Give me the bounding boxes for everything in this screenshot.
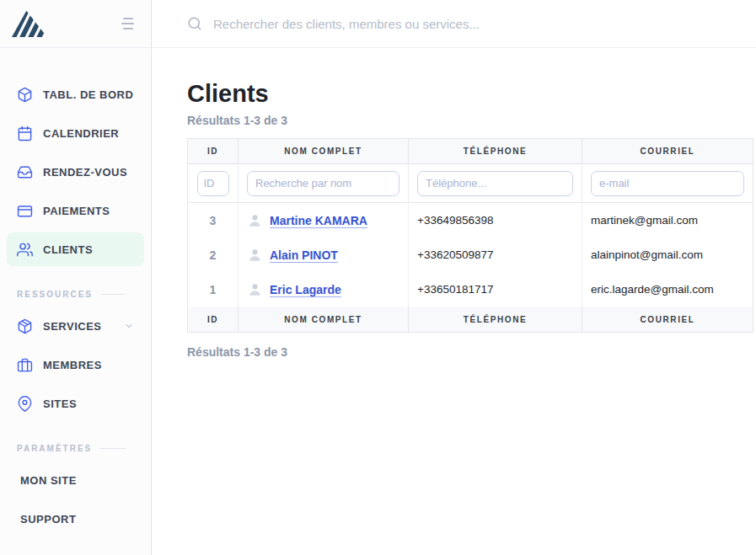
sidebar-item-label: SERVICES xyxy=(43,320,102,333)
phone-filter-input[interactable] xyxy=(417,171,573,196)
client-email: martinek@gmail.com xyxy=(582,203,753,237)
results-summary-bottom: Résultats 1-3 de 3 xyxy=(187,345,756,359)
calendar-icon xyxy=(17,125,33,141)
cube-icon xyxy=(17,87,33,103)
client-id: 1 xyxy=(188,272,239,307)
sidebar: TABL. DE BORD CALENDRIER RENDEZ-VOUS PAI… xyxy=(0,0,152,555)
filter-cell-phone xyxy=(409,164,582,202)
client-name-cell: Eric Lagarde xyxy=(239,272,409,307)
footer-column-nom-complet: NOM COMPLET xyxy=(239,307,409,332)
email-filter-input[interactable] xyxy=(591,171,744,196)
filter-cell-email xyxy=(582,164,753,202)
sidebar-item-label: MON SITE xyxy=(20,474,77,487)
table-row: 2 Alain PINOT +33620509877 alainpinot@gm… xyxy=(188,237,753,272)
client-name-cell: Martine KAMARA xyxy=(239,203,409,237)
sidebar-item-label: PAIEMENTS xyxy=(43,205,110,217)
column-header-telephone[interactable]: TÉLÉPHONE xyxy=(409,139,582,163)
sidebar-item-calendrier[interactable]: CALENDRIER xyxy=(7,116,144,150)
id-filter-input[interactable] xyxy=(197,171,229,196)
sidebar-item-sites[interactable]: SITES xyxy=(7,387,144,420)
package-icon xyxy=(17,318,33,334)
inbox-icon xyxy=(17,164,33,180)
sidebar-item-label: CLIENTS xyxy=(43,243,93,256)
sidebar-logo-area xyxy=(0,0,151,48)
sidebar-item-label: MEMBRES xyxy=(43,359,102,371)
sidebar-item-label: TABL. DE BORD xyxy=(43,88,133,101)
users-icon xyxy=(17,242,33,258)
table-filter-row xyxy=(188,164,753,203)
credit-card-icon xyxy=(17,203,33,219)
clients-table: ID NOM COMPLET TÉLÉPHONE COURRIEL xyxy=(187,138,753,333)
footer-column-id: ID xyxy=(188,307,239,332)
section-divider xyxy=(100,448,126,449)
client-name-link[interactable]: Martine KAMARA xyxy=(270,214,367,227)
filter-cell-name xyxy=(239,164,409,202)
sidebar-item-clients[interactable]: CLIENTS xyxy=(7,232,144,266)
sidebar-item-tableau-de-bord[interactable]: TABL. DE BORD xyxy=(7,77,144,111)
footer-column-telephone: TÉLÉPHONE xyxy=(409,307,582,332)
client-email: alainpinot@gmail.com xyxy=(582,237,753,272)
section-ressources: RESSOURCES xyxy=(0,290,151,299)
main-content: Clients Résultats 1-3 de 3 ID NOM COMPLE… xyxy=(152,48,756,555)
client-phone: +33650181717 xyxy=(409,272,582,307)
sidebar-item-label: CALENDRIER xyxy=(43,127,119,140)
search-icon xyxy=(187,16,202,31)
filter-cell-id xyxy=(188,164,239,202)
section-divider xyxy=(101,294,126,295)
results-summary-top: Résultats 1-3 de 3 xyxy=(187,114,756,127)
client-id: 2 xyxy=(188,237,239,272)
sidebar-item-services[interactable]: SERVICES xyxy=(7,309,144,343)
brand-logo-icon xyxy=(10,9,49,39)
app-window: TABL. DE BORD CALENDRIER RENDEZ-VOUS PAI… xyxy=(0,0,756,555)
table-row: 1 Eric Lagarde +33650181717 eric.lagarde… xyxy=(188,272,753,307)
section-parametres: PARAMÈTRES xyxy=(0,444,151,453)
topbar xyxy=(152,0,756,48)
section-label: RESSOURCES xyxy=(17,290,93,299)
table-footer-row: ID NOM COMPLET TÉLÉPHONE COURRIEL xyxy=(188,307,753,332)
client-email: eric.lagarde@gmail.com xyxy=(582,272,753,307)
map-pin-icon xyxy=(17,396,33,412)
sidebar-nav: TABL. DE BORD CALENDRIER RENDEZ-VOUS PAI… xyxy=(0,48,151,536)
sidebar-item-label: SUPPORT xyxy=(20,513,76,526)
avatar-icon xyxy=(249,214,261,227)
column-header-id[interactable]: ID xyxy=(188,139,239,163)
sidebar-item-support[interactable]: SUPPORT xyxy=(7,502,144,536)
briefcase-icon xyxy=(17,357,33,373)
client-name-link[interactable]: Eric Lagarde xyxy=(270,283,341,296)
client-name-link[interactable]: Alain PINOT xyxy=(270,248,338,262)
table-header-row: ID NOM COMPLET TÉLÉPHONE COURRIEL xyxy=(188,139,753,164)
name-filter-input[interactable] xyxy=(247,171,399,196)
sidebar-item-label: RENDEZ-VOUS xyxy=(43,166,127,179)
avatar-icon xyxy=(249,248,261,262)
footer-column-courriel: COURRIEL xyxy=(582,307,753,332)
global-search-input[interactable] xyxy=(213,17,756,31)
client-name-cell: Alain PINOT xyxy=(239,237,409,272)
client-id: 3 xyxy=(188,203,239,237)
client-phone: +33620509877 xyxy=(409,237,582,272)
table-row: 3 Martine KAMARA +33649856398 martinek@g… xyxy=(188,203,753,237)
sidebar-item-rendez-vous[interactable]: RENDEZ-VOUS xyxy=(7,155,144,189)
column-header-courriel[interactable]: COURRIEL xyxy=(582,139,753,163)
column-header-nom-complet[interactable]: NOM COMPLET xyxy=(239,139,409,163)
avatar-icon xyxy=(249,283,261,296)
menu-toggle-icon[interactable] xyxy=(118,14,137,33)
section-label: PARAMÈTRES xyxy=(17,444,92,453)
sidebar-item-membres[interactable]: MEMBRES xyxy=(7,348,144,382)
sidebar-item-label: SITES xyxy=(43,398,77,410)
sidebar-item-mon-site[interactable]: MON SITE xyxy=(7,463,144,497)
client-phone: +33649856398 xyxy=(409,203,582,237)
sidebar-item-paiements[interactable]: PAIEMENTS xyxy=(7,194,144,227)
page-title: Clients xyxy=(187,80,756,108)
chevron-down-icon xyxy=(124,321,134,331)
